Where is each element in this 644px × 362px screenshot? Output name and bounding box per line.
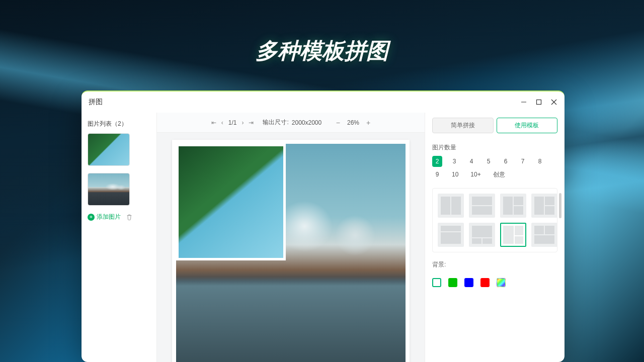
add-image-label: 添加图片 — [97, 213, 121, 221]
next-page-icon[interactable]: › — [242, 119, 244, 126]
count-option[interactable]: 6 — [501, 156, 511, 167]
close-icon[interactable] — [550, 99, 557, 106]
sidebar-actions: + 添加图片 — [88, 213, 150, 221]
last-page-icon[interactable]: ⇥ — [249, 119, 254, 126]
canvas-toolbar: ⇤ ‹ 1/1 › ⇥ 输出尺寸: − 26% + — [157, 113, 425, 133]
tab-simple-stitch[interactable]: 简单拼接 — [432, 118, 494, 133]
zoom-percent: 26% — [347, 119, 359, 126]
add-image-button[interactable]: + 添加图片 — [88, 213, 121, 221]
minimize-icon[interactable] — [520, 99, 527, 106]
pager: ⇤ ‹ 1/1 › ⇥ — [211, 119, 254, 126]
template-option[interactable] — [500, 223, 526, 247]
template-list — [432, 188, 557, 252]
count-option[interactable]: 8 — [535, 156, 545, 167]
collage-canvas[interactable] — [172, 140, 410, 362]
app-body: 图片列表（2） + 添加图片 ⇤ ‹ 1/1 › — [82, 113, 565, 362]
count-option[interactable]: 10 — [449, 169, 461, 180]
image-list-title: 图片列表（2） — [88, 120, 150, 128]
count-option[interactable]: 2 — [432, 156, 442, 167]
count-option[interactable]: 5 — [484, 156, 494, 167]
trash-icon[interactable] — [126, 214, 133, 221]
image-thumb[interactable] — [88, 133, 130, 166]
hero-title: 多种模板拼图 — [0, 36, 644, 66]
count-option[interactable]: 4 — [466, 156, 476, 167]
template-option[interactable] — [500, 194, 526, 218]
template-option[interactable] — [469, 223, 495, 247]
count-option[interactable]: 9 — [432, 169, 442, 180]
plus-icon: + — [88, 214, 95, 221]
image-count-row: 2 3 4 5 6 7 8 9 10 10+ 创意 — [432, 156, 557, 180]
swatch-red[interactable] — [480, 278, 490, 287]
count-option[interactable]: 7 — [518, 156, 528, 167]
swatch-green[interactable] — [448, 278, 457, 287]
template-scrollbar[interactable] — [559, 193, 561, 218]
count-option[interactable]: 10+ — [468, 169, 483, 180]
template-option[interactable] — [531, 223, 557, 247]
prev-page-icon[interactable]: ‹ — [221, 119, 223, 126]
template-option[interactable] — [438, 194, 464, 218]
background-swatches — [432, 278, 557, 287]
window-title: 拼图 — [89, 98, 103, 107]
canvas-viewport[interactable] — [157, 133, 425, 362]
titlebar: 拼图 — [82, 92, 565, 113]
page-display: 1/1 — [228, 119, 237, 126]
template-option[interactable] — [469, 194, 495, 218]
background-label: 背景: — [432, 260, 557, 269]
sidebar: 图片列表（2） + 添加图片 — [82, 113, 157, 362]
image-thumb[interactable] — [88, 173, 130, 206]
image-thumb-list — [88, 133, 150, 206]
count-option[interactable]: 创意 — [491, 169, 508, 180]
zoom-out-icon[interactable]: − — [336, 119, 340, 127]
maximize-icon[interactable] — [535, 99, 542, 106]
swatch-white[interactable] — [432, 278, 441, 287]
canvas-area: ⇤ ‹ 1/1 › ⇥ 输出尺寸: − 26% + — [157, 113, 425, 362]
first-page-icon[interactable]: ⇤ — [211, 119, 216, 126]
zoom-in-icon[interactable]: + — [366, 119, 370, 127]
swatch-blue[interactable] — [464, 278, 473, 287]
collage-slot-inset[interactable] — [176, 144, 286, 260]
output-size-label: 输出尺寸: — [263, 118, 288, 127]
count-option[interactable]: 3 — [449, 156, 459, 167]
zoom-controls: − 26% + — [336, 119, 370, 127]
image-count-label: 图片数量 — [432, 143, 557, 152]
swatch-rainbow[interactable] — [497, 278, 506, 287]
panel-tabs: 简单拼接 使用模板 — [432, 118, 557, 133]
output-size: 输出尺寸: — [263, 118, 327, 127]
template-option[interactable] — [531, 194, 557, 218]
tab-use-template[interactable]: 使用模板 — [497, 118, 558, 133]
output-size-input[interactable] — [292, 119, 327, 126]
right-panel: 简单拼接 使用模板 图片数量 2 3 4 5 6 7 8 9 10 10+ 创意 — [425, 113, 565, 362]
template-option[interactable] — [438, 223, 464, 247]
window-controls — [520, 99, 557, 106]
app-window: 拼图 图片列表（2） + 添加图片 — [82, 90, 565, 362]
svg-rect-1 — [537, 100, 541, 105]
